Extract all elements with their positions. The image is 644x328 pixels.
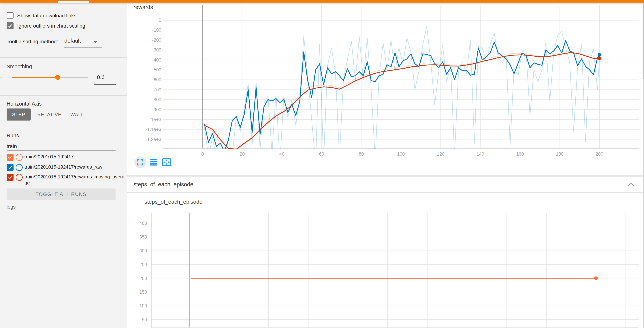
smoothing-slider-fill xyxy=(12,77,58,78)
run-label: train/20201015-192417 xyxy=(24,154,74,160)
svg-text:20: 20 xyxy=(240,152,245,157)
svg-text:80: 80 xyxy=(359,152,364,157)
checkbox-unchecked-icon xyxy=(6,12,14,19)
svg-text:-100: -100 xyxy=(152,27,161,32)
tooltip-sorting-select[interactable]: default xyxy=(64,38,81,44)
select-underline xyxy=(64,47,102,48)
series-end-dot xyxy=(598,56,601,60)
steps-axis-labels: 40035030025020015010050 xyxy=(139,221,147,322)
svg-text:40: 40 xyxy=(280,152,284,157)
svg-text:-600: -600 xyxy=(152,77,161,82)
fit-domain-to-data-icon[interactable] xyxy=(160,156,172,168)
section-title: steps_of_each_episode xyxy=(134,181,193,188)
svg-text:150: 150 xyxy=(139,290,147,295)
svg-text:200: 200 xyxy=(596,152,603,157)
svg-text:-900: -900 xyxy=(152,107,161,112)
series-line xyxy=(204,26,600,163)
svg-text:0: 0 xyxy=(201,152,204,157)
steps-chart-title: steps_of_each_episode xyxy=(144,199,202,205)
rewards-series xyxy=(204,26,600,163)
series-end-dot xyxy=(594,277,598,280)
logs-path-label: logs xyxy=(6,204,16,210)
steps-chart-card: steps_of_each_episode 400350300250200150… xyxy=(127,193,643,328)
svg-text:-200: -200 xyxy=(152,37,161,42)
svg-text:100: 100 xyxy=(397,152,405,157)
svg-text:400: 400 xyxy=(139,221,147,226)
run-radio-icon[interactable] xyxy=(16,164,23,171)
svg-text:60: 60 xyxy=(319,152,324,157)
smoothing-slider-knob[interactable] xyxy=(55,75,60,80)
active-tab-indicator xyxy=(58,1,89,2)
run-row[interactable]: train/20201015-192417/rewards_raw xyxy=(6,164,102,171)
steps-gridlines xyxy=(152,213,639,328)
checkbox-checked-icon xyxy=(6,22,14,29)
chevron-down-icon[interactable] xyxy=(94,41,98,43)
section-header-steps-of-each-episode[interactable]: steps_of_each_episode xyxy=(127,177,643,192)
svg-text:-400: -400 xyxy=(152,57,161,62)
smoothing-value[interactable]: 0.6 xyxy=(97,74,104,80)
svg-text:120: 120 xyxy=(437,152,444,157)
run-checkbox-icon[interactable] xyxy=(6,154,14,161)
chart-toolbar xyxy=(134,156,174,169)
rewards-line-chart[interactable]: 0-100-200-300-400-500-600-700-800-900-1e… xyxy=(127,2,643,175)
svg-text:-300: -300 xyxy=(152,47,161,52)
expand-chart-icon[interactable] xyxy=(134,156,146,168)
run-row[interactable]: train/20201015-192417/rewards_moving_ave… xyxy=(6,174,127,186)
run-checkbox-icon[interactable] xyxy=(6,164,14,171)
run-label: train/20201015-192417/rewards_moving_ave… xyxy=(24,174,127,186)
axis-wall-button[interactable]: WALL xyxy=(68,109,86,121)
svg-text:0: 0 xyxy=(159,17,161,23)
axis-relative-button[interactable]: RELATIVE xyxy=(36,109,62,121)
smoothing-value-underline xyxy=(94,84,116,85)
svg-text:250: 250 xyxy=(139,262,147,267)
svg-text:160: 160 xyxy=(516,152,524,157)
ignore-outliers-label[interactable]: Ignore outliers in chart scaling xyxy=(17,23,85,29)
app-toolbar xyxy=(0,0,644,2)
settings-sidebar: Show data download links Ignore outliers… xyxy=(0,2,127,328)
show-download-links-label[interactable]: Show data download links xyxy=(17,13,76,19)
svg-text:-1.2e+3: -1.2e+3 xyxy=(146,137,162,142)
rewards-chart-title: rewards xyxy=(134,4,153,10)
axis-step-button[interactable]: STEP xyxy=(6,109,31,121)
svg-text:140: 140 xyxy=(476,152,484,157)
series-line xyxy=(204,40,600,152)
run-radio-icon[interactable] xyxy=(16,154,23,161)
horizontal-axis-label: Horizontal Axis xyxy=(6,101,42,107)
svg-text:-800: -800 xyxy=(152,97,161,102)
run-row[interactable]: train/20201015-192417 xyxy=(6,154,74,161)
ignore-outliers-checkbox[interactable] xyxy=(6,22,14,29)
svg-text:-700: -700 xyxy=(152,87,161,92)
svg-text:-1.1e+3: -1.1e+3 xyxy=(146,127,162,132)
svg-text:180: 180 xyxy=(556,152,564,157)
svg-text:300: 300 xyxy=(139,248,147,253)
rewards-chart-card: rewards 0-100-200-300-400-500-600-700-80… xyxy=(127,2,643,175)
runs-filter-input[interactable] xyxy=(6,142,116,151)
svg-text:-500: -500 xyxy=(152,67,161,72)
rewards-axis-labels: 0-100-200-300-400-500-600-700-800-900-1e… xyxy=(146,17,604,157)
run-label: train/20201015-192417/rewards_raw xyxy=(24,164,102,170)
series-line xyxy=(204,51,600,150)
runs-title: Runs xyxy=(6,133,19,139)
divider xyxy=(0,95,127,96)
rewards-gridlines xyxy=(163,5,639,149)
scrollbar-thumb[interactable] xyxy=(643,2,644,79)
svg-text:100: 100 xyxy=(139,303,147,308)
svg-text:200: 200 xyxy=(139,276,147,281)
run-radio-icon[interactable] xyxy=(16,174,23,181)
tooltip-sorting-label: Tooltip sorting method: xyxy=(6,39,58,45)
smoothing-label: Smoothing xyxy=(6,64,32,70)
run-checkbox-icon[interactable] xyxy=(6,174,14,181)
steps-line-chart[interactable]: 40035030025020015010050 xyxy=(127,193,643,328)
series-end-dot xyxy=(598,53,601,57)
svg-text:-1e+3: -1e+3 xyxy=(150,117,161,122)
toggle-all-runs-button[interactable]: TOGGLE ALL RUNS xyxy=(6,188,116,200)
show-download-links-checkbox[interactable] xyxy=(6,12,14,19)
divider xyxy=(0,57,127,58)
log-scale-icon[interactable] xyxy=(148,156,160,168)
chevron-up-icon[interactable] xyxy=(627,181,635,188)
svg-text:350: 350 xyxy=(139,234,147,239)
svg-text:50: 50 xyxy=(142,317,147,322)
divider xyxy=(0,128,127,128)
